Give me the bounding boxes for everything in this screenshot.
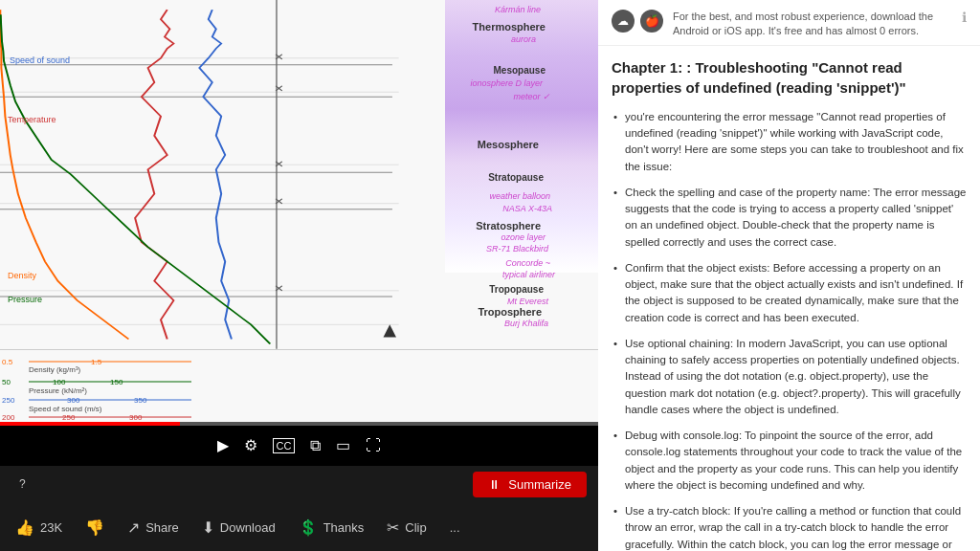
svg-text:350: 350 bbox=[134, 396, 147, 405]
mesosphere-label: Mesosphere bbox=[478, 139, 539, 150]
mesopause-label: Mesopause bbox=[494, 65, 546, 76]
article-bullet-2: Confirm that the object exists: Before a… bbox=[612, 260, 967, 326]
svg-text:✕: ✕ bbox=[274, 283, 284, 295]
tropopause-label: Tropopause bbox=[489, 284, 544, 295]
article-bullet-4: Debug with console.log: To pinpoint the … bbox=[612, 428, 967, 494]
axes-area: 0.5 1.5 Density (kg/m³) 50 100 150 Press… bbox=[0, 349, 598, 426]
video-controls: ▶ ⚙ CC ⧉ ▭ ⛶ bbox=[0, 426, 598, 466]
svg-text:Pressure (kN/m²): Pressure (kN/m²) bbox=[29, 386, 87, 395]
clip-label: Clip bbox=[405, 520, 426, 535]
axes-svg: 0.5 1.5 Density (kg/m³) 50 100 150 Press… bbox=[0, 350, 598, 426]
sr71-label: SR-71 Blackbird bbox=[486, 244, 548, 253]
progress-bar-fill bbox=[0, 422, 180, 426]
video-panel: ✕ ✕ ✕ ✕ ✕ bbox=[0, 0, 598, 551]
aurora-label: aurora bbox=[511, 34, 536, 44]
like-icon: 👍 bbox=[15, 518, 34, 537]
share-label: Share bbox=[145, 520, 179, 535]
article-bullet-3: Use optional chaining: In modern JavaScr… bbox=[612, 336, 967, 418]
like-count: 23K bbox=[40, 520, 62, 535]
android-icon: ☁ bbox=[612, 10, 635, 33]
svg-text:100: 100 bbox=[53, 378, 66, 386]
temperature-label: Temperature bbox=[8, 115, 56, 124]
svg-text:250: 250 bbox=[2, 396, 15, 405]
nasa-x43a-label: NASA X-43A bbox=[502, 204, 552, 213]
troposphere-label: Troposphere bbox=[478, 306, 542, 318]
pressure-label: Pressure bbox=[8, 295, 42, 304]
article-top-bar: ☁ 🍎 For the best, and most robust experi… bbox=[598, 0, 980, 46]
fullscreen-icon[interactable]: ⛶ bbox=[366, 437, 381, 454]
weather-balloon-label: weather balloon bbox=[489, 191, 550, 201]
video-progress-bar[interactable] bbox=[0, 422, 598, 426]
miniplayer-icon[interactable]: ⧉ bbox=[310, 437, 321, 454]
thermosphere-label: Thermosphere bbox=[473, 21, 546, 33]
karman-line-label: Kármán line bbox=[495, 5, 541, 14]
video-bottom-bar: 👍 23K 👎 ↗ Share ⬇ Download 💲 Thanks ✂ Cl… bbox=[0, 503, 598, 551]
download-button[interactable]: ⬇ Download bbox=[202, 518, 276, 537]
more-label: ... bbox=[450, 520, 460, 535]
clip-icon: ✂ bbox=[387, 518, 399, 537]
search-hint-text: ? bbox=[11, 477, 473, 491]
download-icon: ⬇ bbox=[202, 518, 214, 537]
concorde-label: Concorde ~ bbox=[505, 258, 550, 268]
article-title: Chapter 1: : Troubleshooting "Cannot rea… bbox=[612, 57, 967, 98]
svg-text:✕: ✕ bbox=[274, 51, 284, 62]
svg-text:0.5: 0.5 bbox=[2, 358, 13, 366]
thanks-button[interactable]: 💲 Thanks bbox=[299, 518, 365, 537]
atmosphere-diagram: ✕ ✕ ✕ ✕ ✕ bbox=[0, 0, 598, 426]
svg-text:1.5: 1.5 bbox=[91, 358, 102, 366]
app-icons: ☁ 🍎 bbox=[612, 10, 663, 33]
play-button[interactable]: ▶ bbox=[217, 436, 229, 454]
clip-button[interactable]: ✂ Clip bbox=[387, 518, 426, 537]
download-label: Download bbox=[220, 520, 276, 535]
app-promo-text: For the best, and most robust experience… bbox=[673, 10, 952, 39]
density-label: Density bbox=[8, 271, 36, 280]
stratosphere-label: Stratosphere bbox=[476, 220, 541, 231]
thanks-icon: 💲 bbox=[299, 518, 318, 537]
video-wrapper: ✕ ✕ ✕ ✕ ✕ bbox=[0, 0, 598, 466]
burj-khalifa-label: Burj Khalifa bbox=[504, 319, 548, 328]
subtitle-icon[interactable]: CC bbox=[273, 438, 296, 453]
share-icon: ↗ bbox=[127, 518, 140, 537]
summarize-button[interactable]: ⏸ Summarize bbox=[473, 472, 587, 497]
ionosphere-label: ionosphere D layer bbox=[470, 78, 543, 88]
ozone-label: ozone layer bbox=[501, 232, 546, 242]
svg-text:50: 50 bbox=[2, 378, 11, 386]
summarize-icon: ⏸ bbox=[488, 477, 501, 492]
svg-text:Speed of sound (m/s): Speed of sound (m/s) bbox=[29, 405, 102, 413]
summarize-bar: ? ⏸ Summarize bbox=[0, 466, 598, 504]
svg-text:300: 300 bbox=[67, 396, 80, 405]
article-bullet-1: Check the spelling and case of the prope… bbox=[612, 185, 967, 251]
article-bullet-0: you're encountering the error message "C… bbox=[612, 109, 967, 175]
airliner-label: typical airliner bbox=[502, 270, 555, 279]
svg-text:Density (kg/m³): Density (kg/m³) bbox=[29, 365, 81, 374]
mt-everest-label: Mt Everest bbox=[507, 297, 548, 306]
dislike-icon: 👎 bbox=[85, 518, 104, 537]
svg-marker-17 bbox=[384, 324, 396, 337]
svg-text:✕: ✕ bbox=[274, 195, 284, 207]
thanks-label: Thanks bbox=[323, 520, 365, 535]
svg-text:✕: ✕ bbox=[274, 83, 284, 95]
article-panel: ☁ 🍎 For the best, and most robust experi… bbox=[598, 0, 980, 551]
apple-icon: 🍎 bbox=[640, 10, 663, 33]
like-button[interactable]: 👍 23K bbox=[15, 518, 62, 537]
svg-text:300: 300 bbox=[129, 413, 143, 422]
settings-icon[interactable]: ⚙ bbox=[244, 436, 257, 454]
chart-area: ✕ ✕ ✕ ✕ ✕ bbox=[0, 0, 598, 349]
more-button[interactable]: ... bbox=[450, 520, 460, 535]
video-content: ✕ ✕ ✕ ✕ ✕ bbox=[0, 0, 598, 426]
dislike-button[interactable]: 👎 bbox=[85, 518, 104, 537]
meteor-label: meteor ✓ bbox=[513, 92, 550, 101]
info-icon[interactable]: ℹ bbox=[962, 10, 967, 25]
svg-text:✕: ✕ bbox=[274, 159, 284, 170]
speed-sound-label: Speed of sound bbox=[10, 55, 70, 65]
share-button[interactable]: ↗ Share bbox=[127, 518, 179, 537]
theater-icon[interactable]: ▭ bbox=[336, 436, 350, 454]
svg-text:200: 200 bbox=[2, 413, 15, 422]
summarize-label: Summarize bbox=[508, 477, 571, 492]
svg-text:150: 150 bbox=[110, 378, 123, 386]
stratopause-label: Stratopause bbox=[488, 172, 544, 183]
article-body: Chapter 1: : Troubleshooting "Cannot rea… bbox=[598, 46, 980, 551]
article-bullet-5: Use a try-catch block: If you're calling… bbox=[612, 503, 967, 551]
